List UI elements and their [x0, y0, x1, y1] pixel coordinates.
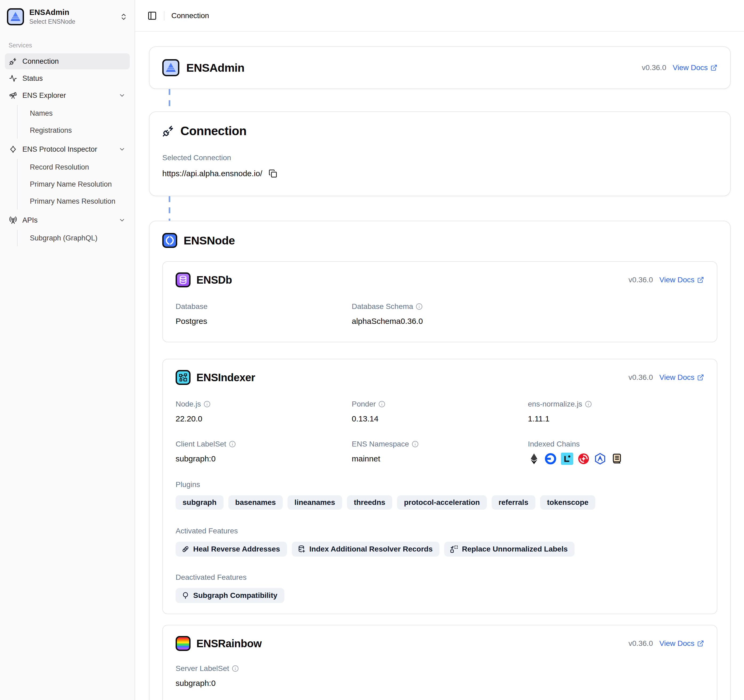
nodejs-value: 22.20.0	[176, 414, 352, 423]
plugin-badge: basenames	[228, 495, 283, 510]
ensadmin-logo	[7, 8, 24, 25]
breadcrumb: Connection	[171, 12, 209, 20]
activated-features-label: Activated Features	[176, 527, 704, 535]
ensadmin-logo	[162, 59, 179, 76]
main-area: Connection ENSAdmin v0.36.0 View	[135, 0, 744, 700]
view-docs-link[interactable]: View Docs	[659, 373, 704, 382]
chevron-down-icon[interactable]	[119, 217, 125, 223]
feature-badge: Heal Reverse Addresses	[176, 542, 287, 557]
chevron-down-icon[interactable]	[119, 146, 125, 153]
sidebar-item-record-resolution[interactable]: Record Resolution	[26, 159, 130, 176]
selected-connection-label: Selected Connection	[162, 153, 717, 162]
sidebar-item-ens-protocol-inspector[interactable]: ENS Protocol Inspector	[5, 141, 130, 157]
circuit-maze-icon	[178, 372, 188, 383]
plug-zap-icon	[9, 57, 17, 65]
nodejs-label: Node.js	[176, 400, 201, 408]
activity-icon	[9, 74, 17, 82]
sidebar-item-registrations[interactable]: Registrations	[26, 122, 130, 139]
app-name: ENSAdmin	[29, 8, 114, 17]
info-icon[interactable]	[204, 401, 211, 408]
external-link-icon	[697, 374, 704, 381]
version-badge: v0.36.0	[642, 63, 666, 72]
ensindexer-logo	[176, 370, 190, 385]
view-docs-link[interactable]: View Docs	[659, 639, 704, 648]
sidebar-menu: Connection Status ENS Explorer	[5, 53, 130, 248]
info-icon[interactable]	[378, 401, 385, 408]
card-title: ENSNode	[184, 234, 235, 247]
database-plus-icon	[298, 545, 306, 553]
ensadmin-triangle-icon	[164, 61, 177, 74]
info-icon[interactable]	[229, 441, 236, 448]
sidebar-item-primary-names-resolution[interactable]: Primary Names Resolution	[26, 193, 130, 210]
client-labelset-label: Client LabelSet	[176, 440, 226, 448]
chevrons-up-down-icon[interactable]	[120, 13, 128, 21]
indexed-chains	[528, 453, 704, 465]
sidebar: ENSAdmin Select ENSNode Services Connect…	[0, 0, 135, 700]
sidebar-item-subgraph-graphql[interactable]: Subgraph (GraphQL)	[26, 230, 130, 246]
ponder-label: Ponder	[352, 400, 376, 408]
sidebar-item-connection[interactable]: Connection	[5, 53, 130, 69]
chevron-down-icon[interactable]	[119, 92, 125, 99]
ensnode-selector[interactable]: ENSAdmin Select ENSNode	[5, 5, 130, 28]
card-title: ENSAdmin	[186, 61, 244, 74]
sidebar-item-label: Connection	[22, 57, 125, 66]
plugin-badge: referrals	[492, 495, 535, 510]
ens-protocol-inspector-submenu: Record Resolution Primary Name Resolutio…	[17, 159, 130, 210]
external-link-icon	[697, 276, 704, 283]
server-labelset-value: subgraph:0	[176, 679, 352, 688]
plugins-list: subgraph basenames lineanames threedns p…	[176, 495, 704, 510]
sidebar-item-ens-explorer[interactable]: ENS Explorer	[5, 88, 130, 103]
flow-connector	[169, 196, 170, 221]
card-title: Connection	[180, 124, 247, 138]
plugin-badge: tokenscope	[540, 495, 595, 510]
version-badge: v0.36.0	[628, 373, 653, 382]
ens-normalize-value: 1.11.1	[528, 414, 704, 423]
ensrainbow-logo	[176, 636, 190, 651]
schema-value: alphaSchema0.36.0	[352, 317, 528, 326]
ensdb-card: ENSDb v0.36.0 View Docs	[162, 261, 717, 342]
activated-features-list: Heal Reverse Addresses Index Additional …	[176, 542, 704, 557]
deactivated-features-label: Deactivated Features	[176, 573, 704, 582]
app-subtitle: Select ENSNode	[29, 18, 114, 25]
ensdb-logo	[176, 273, 190, 287]
schema-label: Database Schema	[352, 302, 413, 311]
indexed-chains-label: Indexed Chains	[528, 440, 704, 448]
client-labelset-value: subgraph:0	[176, 454, 352, 463]
ensnode-logo	[162, 233, 177, 248]
ens-explorer-submenu: Names Registrations	[17, 105, 130, 139]
card-title: ENSIndexer	[196, 372, 255, 384]
feature-badge: Replace Unnormalized Labels	[444, 542, 574, 557]
info-icon[interactable]	[412, 441, 419, 448]
card-title: ENSDb	[196, 274, 232, 286]
sidebar-item-status[interactable]: Status	[5, 70, 130, 86]
ensnode-brackets-icon	[164, 235, 176, 246]
plugin-badge: lineanames	[287, 495, 342, 510]
copy-icon[interactable]	[269, 169, 277, 178]
panel-left-icon[interactable]	[147, 11, 157, 21]
ens-namespace-label: ENS Namespace	[352, 440, 409, 448]
ensadmin-triangle-icon	[9, 10, 22, 24]
external-link-icon	[710, 64, 717, 71]
connection-url: https://api.alpha.ensnode.io/	[162, 169, 262, 178]
connection-card: Connection Selected Connection https://a…	[149, 112, 731, 196]
info-icon[interactable]	[232, 665, 239, 672]
telescope-icon	[9, 91, 17, 100]
ethereum-icon	[528, 453, 540, 465]
sidebar-item-names[interactable]: Names	[26, 105, 130, 122]
ensindexer-card: ENSIndexer v0.36.0 View Docs	[162, 359, 717, 614]
sidebar-item-apis[interactable]: APIs	[5, 212, 130, 228]
ensnode-card: ENSNode ENSDb v	[149, 221, 731, 700]
card-title: ENSRainbow	[196, 637, 262, 649]
plugins-label: Plugins	[176, 480, 704, 489]
plugin-badge: protocol-acceleration	[397, 495, 487, 510]
linea-icon	[561, 453, 573, 465]
arbitrum-icon	[594, 453, 606, 465]
replace-icon	[450, 545, 458, 553]
info-icon[interactable]	[416, 303, 423, 310]
info-icon[interactable]	[585, 401, 592, 408]
view-docs-link[interactable]: View Docs	[673, 63, 717, 72]
ens-namespace-value: mainnet	[352, 454, 528, 463]
view-docs-link[interactable]: View Docs	[659, 276, 704, 284]
sidebar-item-primary-name-resolution[interactable]: Primary Name Resolution	[26, 176, 130, 192]
scroll-icon	[610, 453, 623, 465]
